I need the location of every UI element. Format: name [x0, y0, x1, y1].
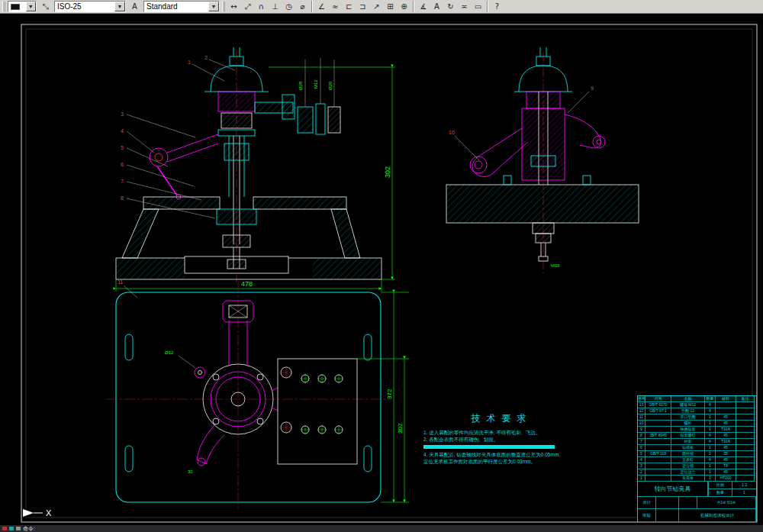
parts-cell: [645, 469, 671, 476]
dim-text-edit-icon[interactable]: A: [430, 1, 443, 13]
front-view: Ø28 M12 Ø20 1 2 3 4 5 6 7 8: [116, 47, 395, 292]
dim-style-compare-icon[interactable]: ≍: [458, 1, 471, 13]
plan-view: Ø12 11 30 372 302: [107, 279, 409, 511]
parts-cell: [736, 457, 755, 463]
parts-cell: T10A: [716, 439, 736, 445]
status-chip: [16, 527, 21, 530]
tolerance-icon[interactable]: ⊞: [384, 1, 397, 13]
text-style-combo[interactable]: Standard ▼: [143, 1, 220, 12]
parts-cell: 35: [716, 451, 736, 457]
dim-label: 30: [188, 469, 193, 474]
dim-label: 302: [384, 166, 391, 178]
parts-cell: 45: [716, 445, 736, 451]
toolbar-grip[interactable]: [2, 2, 5, 11]
dim-diameter-icon[interactable]: ⌀: [296, 1, 309, 13]
dim-ordinate-icon[interactable]: ⊥: [269, 1, 282, 13]
balloon-label: 6: [121, 162, 124, 167]
parts-cell: [736, 433, 755, 439]
dim-label: 302: [397, 423, 404, 434]
parts-cell: GB/T 6170: [645, 402, 671, 408]
parts-cell: 13: [638, 402, 645, 408]
parts-cell: [736, 427, 755, 433]
dim-label: Ø28: [298, 81, 303, 90]
parts-header-cell: 材料: [716, 396, 736, 402]
parts-cell: [736, 445, 755, 451]
text-style-icon[interactable]: A: [128, 1, 141, 13]
parts-cell: JB/T 8045: [645, 433, 671, 439]
status-chip: [2, 527, 7, 530]
dim-swatch-combo[interactable]: ▼: [8, 1, 37, 12]
dim-style-icon[interactable]: ⤡: [39, 1, 52, 13]
parts-cell: 开口垫圈: [671, 414, 705, 421]
drawing-canvas[interactable]: Ø28 M12 Ø20 1 2 3 4 5 6 7 8: [0, 14, 763, 525]
parts-cell: T8: [716, 463, 736, 469]
side-view: 9 10 M16: [446, 47, 639, 273]
tech-note: 4. 夹具装配后, 钻套轴线对夹具体底面的垂直度公差为0.05mm,: [423, 451, 580, 458]
parts-cell: 4: [705, 433, 716, 439]
dim-update-icon[interactable]: ↻: [444, 1, 457, 13]
parts-header-cell: 名称: [671, 396, 705, 402]
parts-cell: 圆柱销: [671, 451, 705, 457]
role-check-value: [656, 509, 679, 522]
dim-style-manager-icon[interactable]: ▭: [472, 1, 485, 13]
chevron-down-icon: ▼: [208, 2, 219, 11]
dim-label: 478: [241, 280, 253, 288]
help-icon[interactable]: ?: [491, 1, 504, 13]
quick-leader-icon[interactable]: ↗: [370, 1, 383, 13]
parts-cell: 夹具体: [671, 476, 705, 482]
dim-linear-icon[interactable]: ↔: [227, 1, 240, 13]
dim-arc-length-icon[interactable]: ∩: [255, 1, 268, 13]
parts-cell: 45: [716, 457, 736, 463]
parts-cell: 定位销: [671, 463, 705, 469]
command-prompt[interactable]: 命令:: [23, 525, 35, 532]
balloon-label: 8: [121, 195, 124, 201]
sheet-count: 共1张 第1张: [697, 497, 756, 509]
title-block: 序号代号名称数量材料备注13GB/T 6170螺母 M12412GB/T 97.…: [637, 395, 757, 522]
dim-edit-icon[interactable]: ∡: [417, 1, 430, 13]
dim-angular-icon[interactable]: ∠: [315, 1, 328, 13]
parts-cell: 4: [705, 408, 716, 414]
parts-cell: 垫圈 12: [671, 408, 705, 414]
dim-baseline-icon[interactable]: ⊏: [343, 1, 356, 13]
status-chip: [9, 527, 14, 530]
dim-aligned-icon[interactable]: ⤢: [241, 1, 254, 13]
parts-cell: 1: [705, 421, 716, 427]
toolbar-grip[interactable]: [222, 2, 225, 11]
parts-cell: 12: [638, 408, 645, 414]
parts-cell: 1: [705, 469, 716, 476]
parts-cell: [645, 445, 671, 451]
dim-radius-icon[interactable]: ◷: [282, 1, 295, 13]
chevron-down-icon: ▼: [114, 2, 125, 11]
parts-cell: 2: [705, 451, 716, 457]
dim-label: M12: [314, 79, 318, 89]
parts-cell: GB/T 97.1: [645, 408, 671, 414]
parts-cell: HT200: [716, 476, 736, 482]
parts-cell: [645, 463, 671, 469]
parts-cell: 1: [705, 463, 716, 469]
dim-style-combo[interactable]: ISO-25 ▼: [54, 1, 126, 12]
chevron-down-icon: ▼: [26, 2, 36, 11]
parts-cell: [645, 439, 671, 445]
parts-cell: 9: [638, 427, 645, 433]
parts-cell: 8: [638, 433, 645, 439]
dim-continue-icon[interactable]: ⊐: [356, 1, 369, 13]
parts-cell: GB/T 119: [645, 451, 671, 457]
parts-cell: 4: [705, 457, 716, 463]
title-area: 转向节钻夹具 比例 1:2 数量 1 设计 共1张 第1张 审核 机械制造课程设…: [638, 482, 756, 522]
parts-cell: [736, 463, 755, 469]
center-mark-icon[interactable]: ⊕: [398, 1, 410, 13]
parts-cell: [736, 408, 755, 414]
parts-cell: 快换钻套: [671, 427, 705, 433]
dim-style-value: ISO-25: [57, 2, 114, 11]
parts-cell: [736, 414, 755, 421]
quick-dim-icon[interactable]: ≈: [329, 1, 342, 13]
parts-header-cell: 序号: [638, 396, 645, 402]
parts-cell: 定位法兰: [671, 469, 705, 476]
qty-value: 1: [732, 489, 756, 497]
parts-cell: [736, 439, 755, 445]
parts-header-cell: 数量: [705, 396, 716, 402]
dim-label: Ø20: [328, 81, 333, 90]
parts-cell: [645, 476, 671, 482]
parts-header-cell: 备注: [736, 396, 755, 402]
scale-grid: 比例 1:2 数量 1: [708, 482, 756, 497]
